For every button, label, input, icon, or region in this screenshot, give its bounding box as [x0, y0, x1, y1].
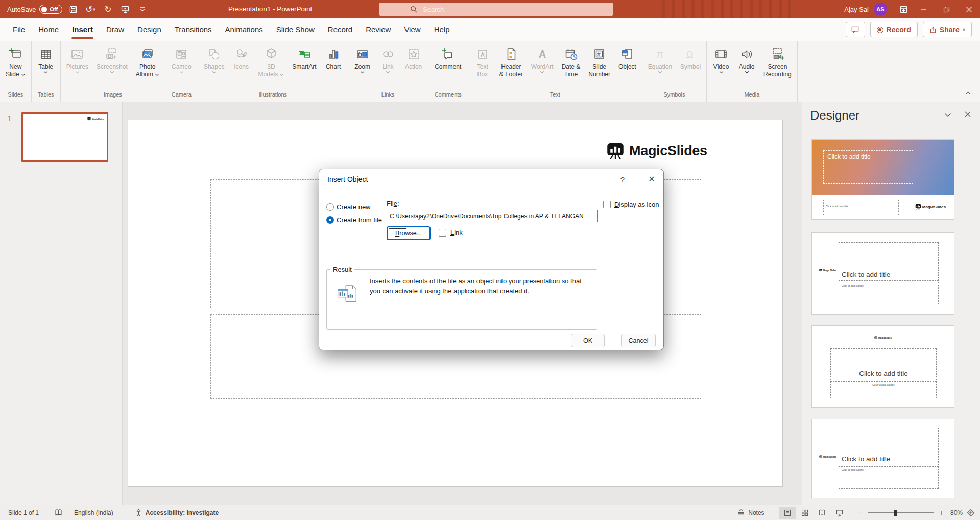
- minimize-button[interactable]: [913, 0, 935, 18]
- search-box[interactable]: Search: [379, 3, 613, 16]
- create-from-file-radio[interactable]: [326, 216, 334, 224]
- collapse-ribbon-button[interactable]: [962, 87, 975, 99]
- autosave-toggle[interactable]: AutoSave Off: [7, 5, 62, 14]
- share-label: Share: [940, 26, 960, 34]
- start-slideshow-button[interactable]: [118, 2, 132, 16]
- designer-thumbnail-2[interactable]: MagicSlides Click to add title Click to …: [811, 232, 954, 315]
- tab-insert[interactable]: Insert: [66, 18, 99, 41]
- designer-thumbnail-1[interactable]: Click to add title Click to add subtitle…: [811, 139, 954, 220]
- slide-indicator[interactable]: Slide 1 of 1: [6, 509, 41, 516]
- magicslides-mini-logo: MagicSlides: [87, 117, 104, 121]
- accessibility-icon: [135, 509, 142, 517]
- zoom-out-button[interactable]: −: [856, 509, 864, 517]
- display-as-icon-label[interactable]: Display as icon: [614, 201, 659, 208]
- ribbon-button-text-box: TextBox: [470, 43, 495, 79]
- restore-button[interactable]: [935, 0, 958, 18]
- designer-thumb2-subtitle: Click to add subtitle: [842, 284, 864, 287]
- fit-slide-button[interactable]: [967, 509, 975, 517]
- zoom-slider-handle[interactable]: [894, 510, 897, 516]
- ribbon-button-object[interactable]: Object: [615, 43, 640, 72]
- ribbon-button-video[interactable]: Video: [709, 43, 733, 75]
- ribbon-display-options-button[interactable]: [894, 0, 913, 18]
- language-indicator[interactable]: English (India): [72, 509, 115, 516]
- magicslides-logo-text: MagicSlides: [823, 456, 836, 458]
- designer-thumbnail-4[interactable]: MagicSlides Click to add title Click to …: [811, 419, 954, 498]
- ribbon-group-label-media: Media: [709, 89, 795, 102]
- slide-sorter-view-button[interactable]: [796, 507, 814, 519]
- create-new-radio[interactable]: [326, 203, 334, 211]
- cancel-button[interactable]: Cancel: [621, 334, 656, 347]
- undo-chevron-icon: ˅: [92, 7, 95, 12]
- tab-record[interactable]: Record: [322, 18, 358, 41]
- tab-file[interactable]: File: [7, 18, 31, 41]
- display-as-icon-checkbox[interactable]: [603, 201, 611, 208]
- tab-design[interactable]: Design: [131, 18, 168, 41]
- ribbon-button-new-slide[interactable]: NewSlide: [2, 43, 29, 79]
- zoom-level[interactable]: 80%: [950, 509, 963, 516]
- tab-slide-show[interactable]: Slide Show: [270, 18, 321, 41]
- slideshow-view-button[interactable]: [831, 507, 848, 519]
- designer-thumb1-strip: Click to add subtitle MagicSlides: [812, 195, 954, 220]
- ribbon-button-audio[interactable]: Audio: [734, 43, 759, 75]
- designer-close-button[interactable]: [965, 111, 971, 119]
- powerpoint-window: AutoSave Off ↺˅ ↻ Presentation1 - PowerP…: [0, 0, 980, 520]
- designer-collapse-button[interactable]: [944, 111, 951, 119]
- zoom-in-button[interactable]: +: [938, 509, 945, 517]
- comments-button[interactable]: [846, 22, 865, 37]
- chevron-down-icon: [212, 70, 217, 74]
- reading-view-button[interactable]: [814, 507, 831, 519]
- notes-button[interactable]: Notes: [735, 509, 766, 516]
- ribbon-button-zoom[interactable]: Zoom: [350, 43, 375, 75]
- tab-help[interactable]: Help: [428, 18, 456, 41]
- ribbon-button-slide-number[interactable]: #SlideNumber: [585, 43, 614, 79]
- tab-home[interactable]: Home: [32, 18, 65, 41]
- result-groupbox: Inserts the contents of the file as an o…: [326, 269, 597, 330]
- ribbon-button-table[interactable]: Table: [34, 43, 58, 75]
- browse-button[interactable]: Browse...: [387, 226, 431, 240]
- ribbon-button-smartart[interactable]: SmartArt: [289, 43, 320, 72]
- spell-check-button[interactable]: [52, 509, 65, 517]
- slide-thumbnail-1[interactable]: MagicSlides: [21, 112, 108, 162]
- create-new-label[interactable]: Create new: [337, 203, 371, 211]
- designer-thumbnail-3[interactable]: MagicSlides Click to add title Click to …: [811, 325, 954, 408]
- redo-button[interactable]: ↻: [101, 2, 114, 16]
- zoom-slider[interactable]: [868, 509, 934, 516]
- dialog-close-button[interactable]: ✕: [644, 173, 659, 185]
- customize-qat-button[interactable]: [136, 2, 149, 16]
- create-from-file-label[interactable]: Create from file: [337, 216, 382, 224]
- ok-button[interactable]: OK: [571, 334, 605, 347]
- ribbon-group-label-links: Links: [350, 89, 426, 102]
- screenshot-icon: [104, 46, 119, 62]
- dialog-title: Insert Object: [327, 175, 368, 183]
- tab-animations[interactable]: Animations: [219, 18, 269, 41]
- save-button[interactable]: [66, 2, 80, 16]
- window-title: Presentation1 - PowerPoint: [228, 0, 312, 18]
- close-window-button[interactable]: [958, 0, 980, 18]
- tab-transitions[interactable]: Transitions: [169, 18, 218, 41]
- tab-draw[interactable]: Draw: [100, 18, 130, 41]
- record-button[interactable]: Record: [870, 22, 918, 37]
- titlebar-decoration: [656, 0, 791, 18]
- ribbon-button-screen-recording[interactable]: ScreenRecording: [760, 43, 795, 79]
- link-checkbox[interactable]: [439, 229, 446, 237]
- designer-thumb1-subtitle-box: Click to add subtitle: [823, 200, 899, 215]
- ribbon-group-tables: TableTables: [32, 41, 61, 102]
- dialog-help-button[interactable]: ?: [615, 173, 630, 185]
- ribbon-button-header-footer[interactable]: Header& Footer: [496, 43, 527, 79]
- file-path-input[interactable]: [387, 210, 598, 222]
- new-slide-icon: [8, 46, 23, 62]
- file-label: File:: [387, 200, 399, 207]
- tab-review[interactable]: Review: [360, 18, 397, 41]
- ribbon-button-date-time[interactable]: Date &Time: [558, 43, 584, 79]
- ribbon-button-comment[interactable]: Comment: [431, 43, 465, 72]
- ribbon-button-chart[interactable]: Chart: [321, 43, 346, 72]
- link-label[interactable]: Link: [450, 229, 463, 237]
- undo-button[interactable]: ↺˅: [84, 2, 97, 16]
- user-name[interactable]: Ajay Sai: [844, 6, 869, 13]
- tab-view[interactable]: View: [398, 18, 426, 41]
- accessibility-checker[interactable]: Accessibility: Investigate: [133, 509, 221, 517]
- normal-view-button[interactable]: [779, 507, 796, 519]
- ribbon-button-photo-album[interactable]: PhotoAlbum: [132, 43, 163, 79]
- share-button[interactable]: Share˅: [923, 22, 972, 37]
- avatar[interactable]: AS: [874, 3, 887, 16]
